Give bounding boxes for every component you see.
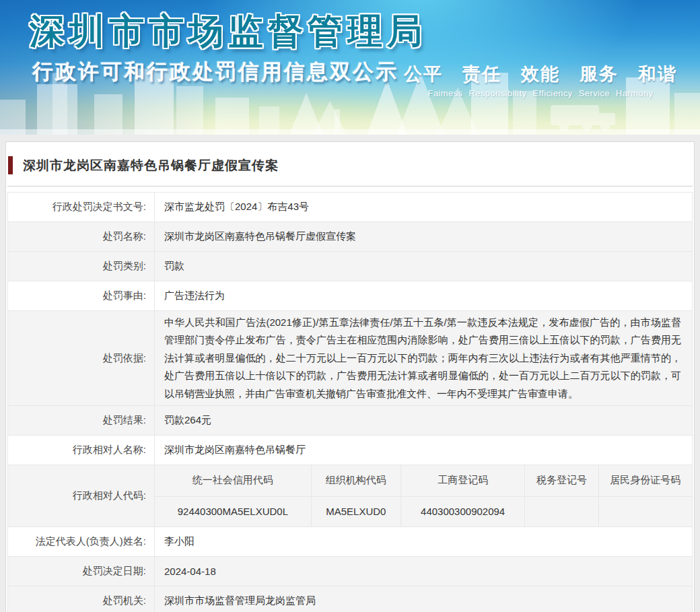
row-value: 李小阳 [155,527,693,557]
slogan-chinese: 公平 责任 效能 服务 和谐 [404,62,677,86]
party-codes-table: 统一社会信用代码 组织机构代码 工商登记码 税务登记号 居民身份证号码 9244… [155,465,692,526]
row-legal-representative: 法定代表人(负责人)姓名: 李小阳 [8,527,693,557]
codes-header-row: 统一社会信用代码 组织机构代码 工商登记码 税务登记号 居民身份证号码 [155,465,692,496]
codes-header-id-number: 居民身份证号码 [598,465,692,496]
row-penalty-category: 处罚类别: 罚款 [8,252,693,281]
row-value: 2024-04-18 [155,557,693,586]
title-separator [7,186,693,186]
case-title: 深圳市龙岗区南嘉特色吊锅餐厅虚假宣传案 [23,157,279,174]
row-decision-number: 行政处罚决定书文号: 深市监龙处罚〔2024〕布吉43号 [8,193,693,222]
row-label: 处罚决定日期: [8,557,155,586]
codes-header-business-reg: 工商登记码 [400,465,524,496]
row-penalty-result: 处罚结果: 罚款264元 [8,406,693,436]
row-value: 深圳市市场监督管理局龙岗监管局 [155,586,693,612]
penalty-info-table: 行政处罚决定书文号: 深市监龙处罚〔2024〕布吉43号 处罚名称: 深圳市龙岗… [7,192,693,612]
row-value: 深圳市龙岗区南嘉特色吊锅餐厅虚假宣传案 [155,222,693,252]
codes-header-org-code: 组织机构代码 [311,465,400,496]
row-value: 深圳市龙岗区南嘉特色吊锅餐厅 [155,436,693,465]
row-party-codes: 行政相对人代码: 统一社会信用代码 组织机构代码 工商登记码 税 [8,465,693,527]
codes-value-tax-reg [525,496,598,526]
site-title: 深圳市市场监督管理局 [30,8,427,55]
codes-value-org-code: MA5ELXUD0 [311,496,400,526]
row-label: 行政相对人名称: [8,436,155,465]
row-value: 罚款 [155,252,693,281]
row-party-name: 行政相对人名称: 深圳市龙岗区南嘉特色吊锅餐厅 [8,436,693,465]
content-panel: 深圳市龙岗区南嘉特色吊锅餐厅虚假宣传案 行政处罚决定书文号: 深市监龙处罚〔20… [5,141,695,612]
case-title-row: 深圳市龙岗区南嘉特色吊锅餐厅虚假宣传案 [6,142,694,186]
row-label: 处罚类别: [8,252,155,281]
row-label: 处罚事由: [8,281,155,311]
row-penalty-authority: 处罚机关: 深圳市市场监督管理局龙岗监管局 [8,586,693,612]
row-value: 广告违法行为 [155,281,693,311]
title-marker [8,156,13,174]
row-decision-date: 处罚决定日期: 2024-04-18 [8,557,693,586]
row-label: 处罚机关: [8,586,155,612]
row-label: 行政处罚决定书文号: [8,193,155,222]
codes-value-business-reg: 440300300902094 [400,496,524,526]
row-penalty-reason: 处罚事由: 广告违法行为 [8,281,693,311]
codes-value-id-number [598,496,692,526]
row-label: 处罚结果: [8,406,155,436]
site-subtitle: 行政许可和行政处罚信用信息双公示 [32,58,398,86]
codes-value-uscc: 92440300MA5ELXUD0L [155,496,311,526]
codes-header-uscc: 统一社会信用代码 [155,465,311,496]
row-label: 行政相对人代码: [8,465,155,527]
row-penalty-basis: 处罚依据: 中华人民共和国广告法(2021修正)/第五章法律责任/第五十五条/第… [8,311,693,406]
codes-subtable-cell: 统一社会信用代码 组织机构代码 工商登记码 税务登记号 居民身份证号码 9244… [155,465,693,527]
codes-header-tax-reg: 税务登记号 [525,465,598,496]
row-penalty-name: 处罚名称: 深圳市龙岗区南嘉特色吊锅餐厅虚假宣传案 [8,222,693,252]
slogan-block: 公平 责任 效能 服务 和谐 Faimess Responsibility Ef… [404,62,677,98]
row-label: 法定代表人(负责人)姓名: [8,527,155,557]
row-label: 处罚名称: [8,222,155,252]
row-value: 深市监龙处罚〔2024〕布吉43号 [155,193,693,222]
row-label: 处罚依据: [8,311,155,406]
row-value: 中华人民共和国广告法(2021修正)/第五章法律责任/第五十五条/第一款违反本法… [155,311,693,406]
slogan-english: Faimess Responsibility Efficiency Servic… [404,88,677,98]
row-value: 罚款264元 [155,406,693,436]
codes-value-row: 92440300MA5ELXUD0L MA5ELXUD0 44030030090… [155,496,692,526]
site-banner: 深圳市市场监督管理局 行政许可和行政处罚信用信息双公示 公平 责任 效能 服务 … [0,0,700,135]
